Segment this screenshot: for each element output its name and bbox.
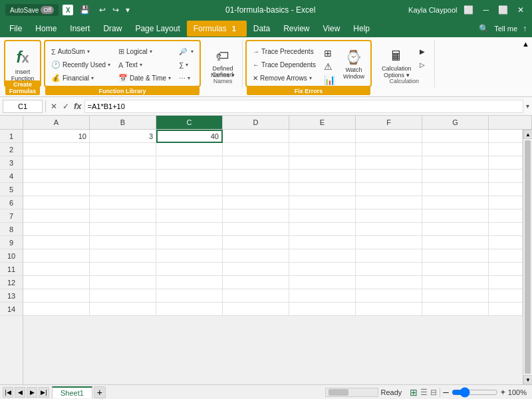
sheet-nav-next[interactable]: ▶ <box>27 387 37 398</box>
cell-b12[interactable] <box>90 276 156 289</box>
menu-draw[interactable]: Draw <box>96 22 128 35</box>
cell-a11[interactable] <box>23 263 90 276</box>
cell-d4[interactable] <box>223 170 289 183</box>
cell-d5[interactable] <box>223 183 289 196</box>
sheet-tab-sheet1[interactable]: Sheet1 <box>52 386 92 398</box>
cell-b9[interactable] <box>90 236 156 249</box>
add-sheet-button[interactable]: + <box>94 386 106 398</box>
cell-e10[interactable] <box>289 249 356 263</box>
cell-g8[interactable] <box>422 223 489 236</box>
undo-button[interactable]: ↩ <box>96 4 108 16</box>
col-header-b[interactable]: B <box>90 116 156 129</box>
cell-b7[interactable] <box>90 209 156 223</box>
cell-e3[interactable] <box>289 156 356 170</box>
row-num-9[interactable]: 9 <box>0 236 23 249</box>
zoom-in-button[interactable]: + <box>501 388 505 397</box>
zoom-slider[interactable] <box>452 388 498 396</box>
undo-dropdown[interactable]: ▾ <box>123 4 132 16</box>
cell-f10[interactable] <box>356 249 422 263</box>
scroll-thumb-vertical[interactable] <box>525 140 531 374</box>
cell-c11[interactable] <box>156 263 223 276</box>
horiz-scrollbar[interactable] <box>325 388 378 397</box>
cell-g10[interactable] <box>422 249 489 263</box>
cell-c2[interactable] <box>156 143 223 156</box>
cell-b4[interactable] <box>90 170 156 183</box>
cell-f13[interactable] <box>356 289 422 303</box>
cell-e6[interactable] <box>289 196 356 209</box>
cell-a3[interactable] <box>23 156 90 170</box>
tell-me[interactable]: Tell me <box>491 23 520 34</box>
cell-b11[interactable] <box>90 263 156 276</box>
menu-review[interactable]: Review <box>277 22 316 35</box>
cell-b14[interactable] <box>90 303 156 316</box>
trace-precedents-button[interactable]: → Trace Precedents <box>249 45 319 58</box>
cell-d7[interactable] <box>223 209 289 223</box>
scroll-up-button[interactable]: ▲ <box>523 130 532 139</box>
cell-a5[interactable] <box>23 183 90 196</box>
menu-data[interactable]: Data <box>247 22 277 35</box>
cell-f5[interactable] <box>356 183 422 196</box>
cell-g2[interactable] <box>422 143 489 156</box>
ribbon-collapse-button[interactable]: ⬜ <box>461 4 476 16</box>
recently-used-dropdown[interactable]: ▾ <box>108 62 110 68</box>
autosum-button[interactable]: Σ AutoSum ▾ <box>48 45 114 58</box>
formula-cancel-button[interactable]: ✕ <box>49 101 59 112</box>
row-num-7[interactable]: 7 <box>0 209 23 223</box>
row-num-3[interactable]: 3 <box>0 156 23 170</box>
cell-d12[interactable] <box>223 276 289 289</box>
cell-g1[interactable] <box>422 130 489 143</box>
more-fns-btn2[interactable]: ∑ ▾ <box>176 59 197 71</box>
cell-d8[interactable] <box>223 223 289 236</box>
zoom-out-button[interactable]: ─ <box>443 388 449 397</box>
menu-formulas[interactable]: Formulas 1 <box>187 21 247 37</box>
row-num-2[interactable]: 2 <box>0 143 23 156</box>
cell-c6[interactable] <box>156 196 223 209</box>
cell-b8[interactable] <box>90 223 156 236</box>
cell-f11[interactable] <box>356 263 422 276</box>
cell-g14[interactable] <box>422 303 489 316</box>
cell-a8[interactable] <box>23 223 90 236</box>
cell-b1[interactable]: 3 <box>90 130 156 143</box>
cell-a6[interactable] <box>23 196 90 209</box>
share-button[interactable]: ↑ <box>520 23 529 35</box>
cell-a10[interactable] <box>23 249 90 263</box>
row-num-12[interactable]: 12 <box>0 276 23 289</box>
save-button[interactable]: 💾 <box>77 4 92 16</box>
cell-d9[interactable] <box>223 236 289 249</box>
cell-f9[interactable] <box>356 236 422 249</box>
restore-button[interactable]: ⬜ <box>495 4 511 16</box>
recently-used-button[interactable]: 🕐 Recently Used ▾ <box>48 59 114 71</box>
row-num-5[interactable]: 5 <box>0 183 23 196</box>
more-fns-dropdown[interactable]: ▾ <box>188 75 190 81</box>
cell-g7[interactable] <box>422 209 489 223</box>
cell-f14[interactable] <box>356 303 422 316</box>
autosave-button[interactable]: AutoSave Off <box>5 4 59 16</box>
row-num-11[interactable]: 11 <box>0 263 23 276</box>
menu-home[interactable]: Home <box>29 22 63 35</box>
cell-f8[interactable] <box>356 223 422 236</box>
scroll-down-button[interactable]: ▼ <box>523 375 532 384</box>
cell-d14[interactable] <box>223 303 289 316</box>
cell-e9[interactable] <box>289 236 356 249</box>
page-break-view-button[interactable]: ⊟ <box>430 388 437 397</box>
text-button[interactable]: A Text ▾ <box>115 59 174 71</box>
cell-a2[interactable] <box>23 143 90 156</box>
cell-a1[interactable]: 10 <box>23 130 90 143</box>
evaluate-formula-button[interactable]: 📊 <box>321 73 338 86</box>
cell-c3[interactable] <box>156 156 223 170</box>
cell-a7[interactable] <box>23 209 90 223</box>
remove-arrows-dropdown[interactable]: ▾ <box>309 75 312 81</box>
date-time-dropdown[interactable]: ▾ <box>168 75 171 81</box>
cell-c1[interactable]: 40 <box>156 130 223 143</box>
logical-dropdown[interactable]: ▾ <box>150 49 152 55</box>
redo-button[interactable]: ↪ <box>110 4 122 16</box>
menu-help[interactable]: Help <box>346 22 376 35</box>
cell-a4[interactable] <box>23 170 90 183</box>
cell-g4[interactable] <box>422 170 489 183</box>
cell-a12[interactable] <box>23 276 90 289</box>
cell-e1[interactable] <box>289 130 356 143</box>
cell-b3[interactable] <box>90 156 156 170</box>
menu-file[interactable]: File <box>3 22 29 35</box>
financial-button[interactable]: 💰 Financial ▾ <box>48 72 114 84</box>
cell-d2[interactable] <box>223 143 289 156</box>
